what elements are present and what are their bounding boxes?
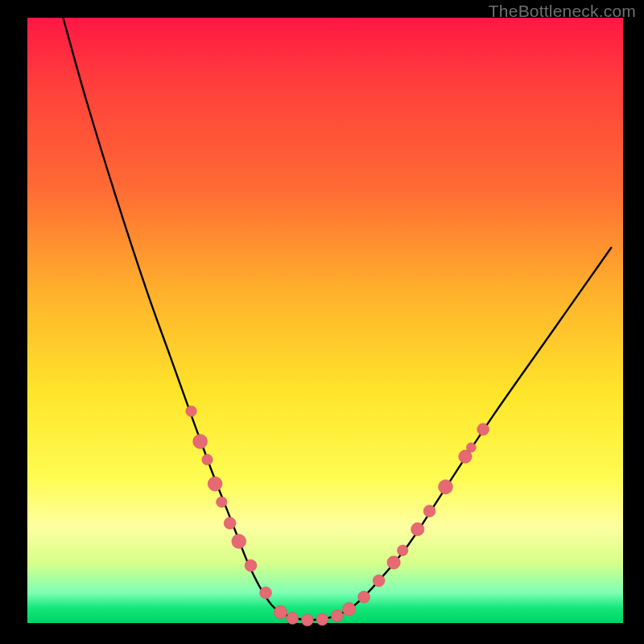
watermark-text: TheBottleneck.com	[489, 2, 636, 21]
chart-frame: TheBottleneck.com	[0, 0, 644, 644]
plot-gradient-background	[27, 18, 623, 623]
